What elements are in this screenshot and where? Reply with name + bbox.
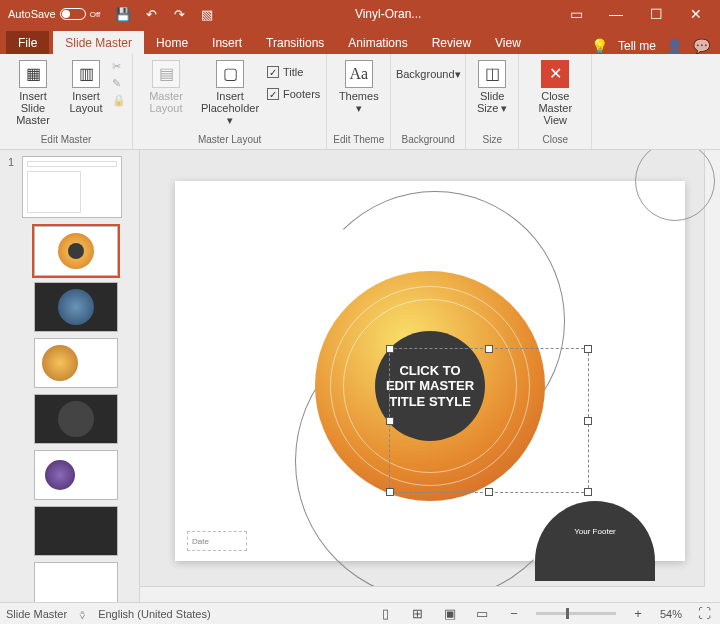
layout-thumbnail-2[interactable] [34,282,118,332]
group-master-layout: ▤ Master Layout ▢ Insert Placeholder ▾ ✓… [133,54,327,149]
undo-icon[interactable]: ↶ [138,2,164,26]
themes-label: Themes▾ [339,90,379,114]
insert-layout-button[interactable]: ▥ Insert Layout [64,58,108,114]
master-number: 1 [8,156,18,218]
zoom-slider[interactable] [536,612,616,615]
status-language[interactable]: English (United States) [98,608,211,620]
zoom-out-button[interactable]: − [504,606,524,621]
start-slideshow-icon[interactable]: ▧ [194,2,220,26]
autosave-toggle[interactable]: AutoSave Off [8,8,100,20]
resize-handle[interactable] [485,345,493,353]
title-checkbox[interactable]: ✓Title [267,64,320,80]
redo-icon[interactable]: ↷ [166,2,192,26]
master-layout-button: ▤ Master Layout [139,58,193,114]
close-x-icon: ✕ [541,60,569,88]
title-bar: AutoSave Off 💾 ↶ ↷ ▧ Vinyl-Oran... ▭ — ☐… [0,0,720,28]
themes-button[interactable]: Aa Themes▾ [334,58,384,114]
tab-transitions[interactable]: Transitions [254,31,336,54]
edit-master-small: ✂ ✎ 🔒 [112,58,126,107]
title-chk-label: Title [283,66,303,78]
layout-icon: ▥ [72,60,100,88]
toggle-switch-icon [60,8,86,20]
footers-checkbox[interactable]: ✓Footers [267,86,320,102]
master-thumbnail[interactable] [22,156,122,218]
slideshow-view-icon[interactable]: ▭ [472,606,492,621]
group-label: Close [542,132,568,147]
sorter-view-icon[interactable]: ⊞ [408,606,428,621]
tab-insert[interactable]: Insert [200,31,254,54]
layout-thumbnail-6[interactable] [34,506,118,556]
group-background: Background ▾ Background [391,54,466,149]
background-button[interactable]: Background ▾ [397,58,459,88]
tab-view[interactable]: View [483,31,533,54]
master-layout-icon: ▤ [152,60,180,88]
resize-handle[interactable] [386,417,394,425]
placeholder-icon: ▢ [216,60,244,88]
resize-handle[interactable] [485,488,493,496]
minimize-icon[interactable]: — [596,0,636,28]
spellcheck-icon[interactable]: ⎀ [79,608,86,620]
document-title: Vinyl-Oran... [220,7,556,21]
normal-view-icon[interactable]: ▯ [376,606,396,621]
resize-handle[interactable] [386,345,394,353]
status-bar: Slide Master ⎀ English (United States) ▯… [0,602,720,624]
tab-home[interactable]: Home [144,31,200,54]
group-edit-theme: Aa Themes▾ Edit Theme [327,54,391,149]
slide-master-icon: ▦ [19,60,47,88]
insert-placeholder-label: Insert Placeholder ▾ [197,90,263,126]
autosave-label: AutoSave [8,8,56,20]
preserve-icon[interactable]: 🔒 [112,94,126,107]
close-icon[interactable]: ✕ [676,0,716,28]
date-placeholder[interactable]: Date [187,531,247,551]
tab-file[interactable]: File [6,31,49,54]
zoom-level[interactable]: 54% [660,608,682,620]
quick-access-toolbar: AutoSave Off 💾 ↶ ↷ ▧ [4,2,220,26]
themes-icon: Aa [345,60,373,88]
slide-editor[interactable]: CLICK TO EDIT MASTER TITLE STYLE Your Fo… [140,150,720,602]
group-label: Edit Theme [333,132,384,147]
slide-size-label: Slide Size ▾ [472,90,512,114]
slide-size-icon: ◫ [478,60,506,88]
rename-icon[interactable]: ✎ [112,77,126,90]
tell-me-label[interactable]: Tell me [618,39,656,53]
close-master-label: Close Master View [525,90,585,126]
reading-view-icon[interactable]: ▣ [440,606,460,621]
comments-icon[interactable]: 💬 [693,38,710,54]
layout-thumbnail-3[interactable] [34,338,118,388]
zoom-in-button[interactable]: + [628,606,648,621]
insert-placeholder-button[interactable]: ▢ Insert Placeholder ▾ [197,58,263,126]
resize-handle[interactable] [386,488,394,496]
close-master-view-button[interactable]: ✕ Close Master View [525,58,585,126]
group-edit-master: ▦ Insert Slide Master ▥ Insert Layout ✂ … [0,54,133,149]
slide-size-button[interactable]: ◫ Slide Size ▾ [472,58,512,114]
layout-thumbnail-4[interactable] [34,394,118,444]
fit-to-window-icon[interactable]: ⛶ [694,606,714,621]
group-size: ◫ Slide Size ▾ Size [466,54,519,149]
group-label: Master Layout [198,132,261,147]
resize-handle[interactable] [584,417,592,425]
status-mode: Slide Master [6,608,67,620]
slide-canvas[interactable]: CLICK TO EDIT MASTER TITLE STYLE Your Fo… [175,181,685,561]
tab-slide-master[interactable]: Slide Master [53,31,144,54]
selection-box[interactable] [389,348,589,493]
group-label: Background [402,132,455,147]
insert-slide-master-button[interactable]: ▦ Insert Slide Master [6,58,60,126]
group-label: Size [483,132,502,147]
layout-thumbnail-5[interactable] [34,450,118,500]
tab-animations[interactable]: Animations [336,31,419,54]
resize-handle[interactable] [584,488,592,496]
delete-icon[interactable]: ✂ [112,60,126,73]
resize-handle[interactable] [584,345,592,353]
insert-slide-master-label: Insert Slide Master [6,90,60,126]
maximize-icon[interactable]: ☐ [636,0,676,28]
layout-thumbnail-7[interactable] [34,562,118,602]
account-icon[interactable]: 👤 [666,38,683,54]
thumbnail-pane[interactable]: 1 [0,150,140,602]
tab-review[interactable]: Review [420,31,483,54]
save-icon[interactable]: 💾 [110,2,136,26]
layout-thumbnail-1[interactable] [34,226,118,276]
tell-me-icon[interactable]: 💡 [591,38,608,54]
ribbon: ▦ Insert Slide Master ▥ Insert Layout ✂ … [0,54,720,150]
content-area: 1 CLICK TO EDIT MASTER TITLE STYLE [0,150,720,602]
ribbon-options-icon[interactable]: ▭ [556,0,596,28]
